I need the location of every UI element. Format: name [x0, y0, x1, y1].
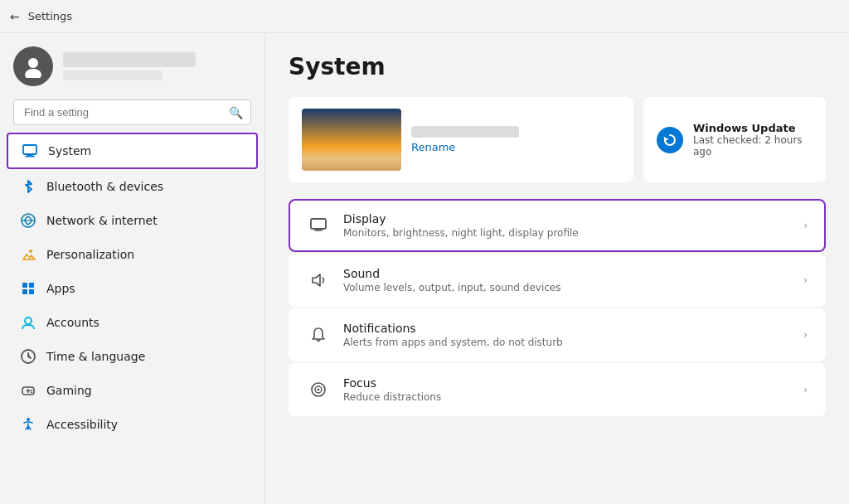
- windows-update-card[interactable]: Windows Update Last checked: 2 hours ago: [643, 97, 826, 182]
- settings-item-desc-sound: Volume levels, output, input, sound devi…: [343, 282, 560, 293]
- sidebar-item-personalization[interactable]: Personalization: [7, 238, 258, 271]
- device-name-box: [411, 126, 519, 138]
- search-box: 🔍: [13, 99, 251, 125]
- user-info: [63, 52, 196, 80]
- settings-item-text-sound: SoundVolume levels, output, input, sound…: [343, 267, 560, 293]
- search-icon: 🔍: [229, 106, 243, 119]
- sidebar-item-system[interactable]: System: [7, 133, 258, 169]
- svg-point-14: [31, 390, 32, 391]
- sidebar-item-time[interactable]: Time & language: [7, 340, 258, 373]
- settings-item-desc-notifications: Alerts from apps and system, do not dist…: [343, 337, 563, 348]
- svg-rect-10: [29, 289, 34, 294]
- sidebar-item-label-apps: Apps: [46, 282, 75, 295]
- page-title: System: [289, 53, 826, 80]
- search-input[interactable]: [13, 99, 251, 125]
- settings-item-display[interactable]: DisplayMonitors, brightness, night light…: [289, 199, 826, 252]
- settings-item-title-focus: Focus: [343, 376, 441, 390]
- svg-point-15: [31, 392, 32, 394]
- settings-item-sound[interactable]: SoundVolume levels, output, input, sound…: [289, 254, 826, 307]
- sidebar-item-accessibility[interactable]: Accessibility: [7, 408, 258, 441]
- svg-rect-4: [25, 156, 35, 158]
- user-sub-placeholder: [63, 70, 163, 80]
- sidebar-item-label-personalization: Personalization: [46, 248, 134, 261]
- chevron-right-icon: ›: [803, 274, 808, 286]
- focus-icon: [307, 378, 330, 401]
- update-title: Windows Update: [693, 122, 813, 134]
- titlebar: ← Settings: [0, 0, 849, 33]
- bluetooth-icon: [20, 178, 36, 195]
- svg-rect-8: [29, 283, 34, 288]
- update-text: Windows Update Last checked: 2 hours ago: [693, 122, 813, 158]
- settings-item-text-notifications: NotificationsAlerts from apps and system…: [343, 322, 563, 348]
- display-icon: [307, 214, 330, 237]
- monitor-thumbnail: [302, 109, 401, 171]
- svg-point-0: [28, 58, 38, 68]
- notifications-icon: [307, 323, 330, 346]
- settings-item-desc-display: Monitors, brightness, night light, displ…: [343, 227, 579, 239]
- gaming-icon: [20, 382, 36, 399]
- personalization-icon: [20, 246, 36, 263]
- svg-rect-9: [22, 289, 27, 294]
- rename-link[interactable]: Rename: [411, 141, 519, 153]
- svg-rect-7: [22, 283, 27, 288]
- accounts-icon: [20, 314, 36, 331]
- content-area: System Rename Windows Update: [265, 33, 849, 504]
- chevron-right-icon: ›: [803, 329, 808, 341]
- svg-point-16: [27, 418, 30, 421]
- settings-item-text-display: DisplayMonitors, brightness, night light…: [343, 212, 579, 239]
- settings-item-notifications[interactable]: NotificationsAlerts from apps and system…: [289, 308, 826, 361]
- sidebar-item-label-network: Network & internet: [46, 214, 158, 227]
- network-icon: [20, 212, 36, 229]
- svg-point-11: [25, 317, 32, 324]
- sidebar-item-label-system: System: [48, 144, 91, 158]
- sidebar-item-label-gaming: Gaming: [46, 384, 92, 397]
- app-title: Settings: [28, 10, 72, 22]
- sound-icon: [307, 269, 330, 292]
- sidebar-item-label-bluetooth: Bluetooth & devices: [46, 180, 163, 193]
- update-icon: [657, 127, 683, 153]
- back-button[interactable]: ←: [10, 10, 20, 23]
- user-profile[interactable]: [0, 33, 264, 96]
- accessibility-icon: [20, 416, 36, 433]
- sidebar-item-network[interactable]: Network & internet: [7, 204, 258, 237]
- settings-item-desc-focus: Reduce distractions: [343, 391, 441, 403]
- settings-item-focus[interactable]: FocusReduce distractions›: [289, 363, 826, 416]
- device-row: Rename Windows Update Last checked: 2 ho…: [289, 97, 826, 182]
- settings-item-title-sound: Sound: [343, 267, 560, 280]
- sidebar-item-bluetooth[interactable]: Bluetooth & devices: [7, 170, 258, 203]
- sidebar-item-gaming[interactable]: Gaming: [7, 374, 258, 407]
- system-icon: [22, 143, 38, 159]
- sidebar-item-label-accounts: Accounts: [46, 316, 99, 329]
- device-card: Rename: [289, 97, 633, 182]
- user-name-placeholder: [63, 52, 196, 67]
- avatar: [13, 46, 53, 86]
- svg-point-21: [318, 389, 320, 391]
- svg-marker-18: [313, 274, 320, 286]
- sidebar-item-apps[interactable]: Apps: [7, 272, 258, 305]
- settings-list: DisplayMonitors, brightness, night light…: [289, 199, 826, 416]
- settings-item-text-focus: FocusReduce distractions: [343, 376, 441, 403]
- sidebar: 🔍 SystemBluetooth & devicesNetwork & int…: [0, 33, 265, 504]
- settings-item-title-display: Display: [343, 212, 579, 225]
- svg-point-1: [25, 69, 41, 78]
- sidebar-item-label-accessibility: Accessibility: [46, 418, 118, 431]
- svg-rect-2: [23, 145, 36, 154]
- sidebar-item-label-time: Time & language: [46, 350, 145, 363]
- update-subtitle: Last checked: 2 hours ago: [693, 134, 813, 158]
- device-info: Rename: [411, 126, 519, 153]
- svg-point-6: [29, 250, 32, 253]
- time-icon: [20, 348, 36, 365]
- svg-rect-17: [311, 219, 326, 229]
- apps-icon: [20, 280, 36, 297]
- settings-item-title-notifications: Notifications: [343, 322, 563, 335]
- nav-list: SystemBluetooth & devicesNetwork & inter…: [0, 132, 264, 442]
- chevron-right-icon: ›: [803, 384, 808, 395]
- chevron-right-icon: ›: [803, 220, 808, 231]
- sidebar-item-accounts[interactable]: Accounts: [7, 306, 258, 339]
- main-layout: 🔍 SystemBluetooth & devicesNetwork & int…: [0, 33, 849, 504]
